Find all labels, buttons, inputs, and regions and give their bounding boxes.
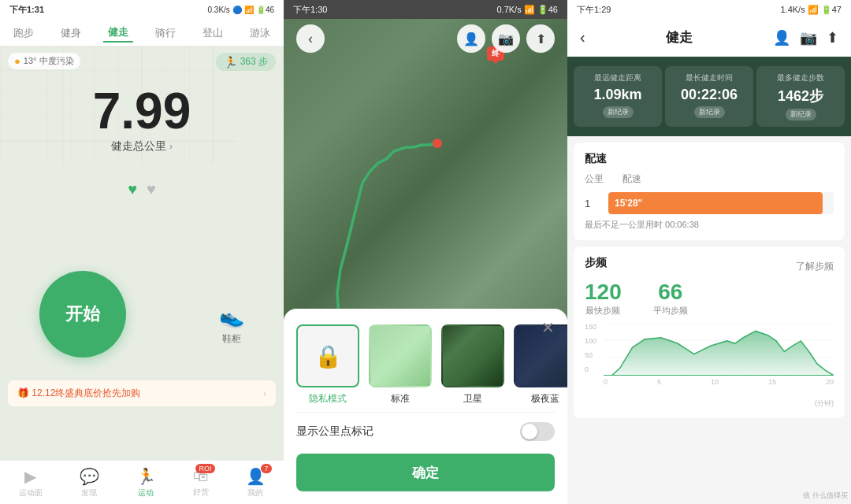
record-steps: 最多健走步数 1462步 新纪录: [756, 66, 845, 127]
heart-green-icon: ♥: [128, 180, 137, 198]
status-bar-1: 下午1:31 0.3K/s 🔵 📶 🔋46: [0, 0, 284, 19]
stats-title: 健走: [666, 28, 693, 46]
pace-col-km: 公里: [585, 172, 604, 186]
record-time: 最长健走时间 00:22:06 新纪录: [665, 66, 753, 127]
share-button[interactable]: ⬆: [526, 24, 555, 53]
status-bar-3: 下午1:29 1.4K/s 📶 🔋47: [567, 0, 851, 19]
time-1: 下午1:31: [9, 4, 44, 16]
record-steps-value: 1462步: [761, 87, 840, 106]
record-distance-value: 1.09km: [578, 87, 657, 103]
map-type-overlay: ✕ 🔒 隐私模式 标准 卫星: [284, 309, 567, 504]
nav-goods-label: 好货: [193, 487, 209, 498]
record-distance-badge: 新纪录: [603, 106, 634, 118]
km-marker-toggle[interactable]: [520, 422, 555, 441]
weather-badge: ● 13° 中度污染: [8, 53, 80, 69]
cadence-header: 步频 了解步频: [585, 256, 834, 276]
map-area[interactable]: 终 始 ✕ 🔒 隐私模式 标准: [284, 19, 567, 504]
cadence-learn-link[interactable]: 了解步频: [796, 260, 834, 273]
stats-scroll-area[interactable]: 最远健走距离 1.09km 新纪录 最长健走时间 00:22:06 新纪录 最多…: [567, 57, 851, 504]
nav-item-sport[interactable]: 🏃 运动: [136, 467, 156, 498]
main-content: ● 13° 中度污染 🏃 363 步 7.99 健走总公里 › ♥ ♥ 开始 👟…: [0, 46, 284, 460]
toggle-knob: [522, 424, 537, 439]
map-label-satellite: 卫星: [463, 392, 482, 406]
shoe-cabinet-button[interactable]: 👟 鞋柜: [219, 305, 244, 346]
km-label-arrow: ›: [169, 141, 173, 152]
watermark: 值 什么值得买: [803, 491, 848, 501]
pace-km-1: 1: [585, 198, 600, 209]
confirm-button[interactable]: 确定: [296, 454, 555, 491]
close-button[interactable]: ✕: [541, 318, 555, 337]
weather-text: 13° 中度污染: [24, 55, 74, 67]
km-display: 7.99 健走总公里 ›: [93, 86, 191, 154]
map-types-row: 🔒 隐私模式 标准 卫星 极夜蓝: [296, 324, 555, 406]
cadence-chart: 150 100 50 0: [585, 323, 834, 386]
shoe-icon: 👟: [219, 305, 244, 329]
pace-section: 配速 公里 配速 1 15'28" 最后不足一公里用时 00:06:38: [574, 143, 845, 240]
stats-user-icon[interactable]: 👤: [773, 29, 790, 46]
map-type-dark[interactable]: 极夜蓝: [514, 324, 567, 406]
record-time-badge: 新纪录: [694, 106, 725, 118]
weather-dot: ●: [14, 55, 20, 67]
cadence-avg-label: 平均步频: [653, 305, 688, 317]
tab-walking[interactable]: 健走: [103, 24, 133, 43]
pace-title: 配速: [585, 152, 834, 166]
heart-icons: ♥ ♥: [128, 180, 156, 198]
pace-row-1: 1 15'28": [585, 192, 834, 214]
stats-back-button[interactable]: ‹: [580, 28, 585, 46]
discover-icon: 💬: [80, 467, 99, 486]
step-badge: 🏃 363 步: [216, 53, 276, 71]
cadence-fastest-label: 最快步频: [585, 305, 622, 317]
time-2: 下午1:30: [293, 4, 327, 16]
nav-item-discover[interactable]: 💬 发现: [80, 467, 99, 498]
nav-item-activity[interactable]: ▶ 运动面: [19, 467, 43, 498]
map-header: ‹ 👤 📷 ⬆: [284, 19, 567, 58]
nav-item-profile[interactable]: 👤 7 我的: [246, 467, 266, 498]
stats-camera-icon[interactable]: 📷: [800, 29, 817, 46]
chart-x-labels: 0 5 10 15 20: [604, 378, 834, 386]
step-icon: 🏃: [224, 56, 237, 69]
user-icon-button[interactable]: 👤: [457, 24, 485, 53]
promo-arrow: ›: [263, 388, 266, 399]
toggle-label: 显示公里点标记: [296, 424, 373, 439]
records-row: 最远健走距离 1.09km 新纪录 最长健走时间 00:22:06 新纪录 最多…: [567, 57, 851, 136]
km-number: 7.99: [93, 86, 191, 136]
stats-share-icon[interactable]: ⬆: [827, 29, 838, 46]
tab-hiking[interactable]: 登山: [198, 24, 228, 42]
status-icons-2: 0.7K/s 📶 🔋46: [496, 5, 558, 15]
heart-gray-icon: ♥: [147, 180, 156, 198]
map-label-private: 隐私模式: [309, 392, 347, 406]
camera-button[interactable]: 📷: [492, 24, 520, 53]
cadence-avg: 66 平均步频: [653, 280, 688, 317]
cadence-avg-value: 66: [653, 280, 688, 305]
pace-bar-container-1: 15'28": [608, 192, 834, 214]
map-type-standard[interactable]: 标准: [369, 324, 432, 406]
pace-col-value: 配速: [622, 172, 641, 186]
cadence-section: 步频 了解步频 120 最快步频 66 平均步频 150 100 50 0: [574, 246, 845, 418]
tab-cycling[interactable]: 骑行: [151, 24, 180, 42]
nav-activity-label: 运动面: [19, 487, 43, 498]
start-button[interactable]: 开始: [39, 271, 126, 358]
tab-swimming[interactable]: 游泳: [245, 24, 275, 42]
nav-item-goods[interactable]: 🛍 ROI 好货: [193, 467, 209, 498]
map-thumb-dark: [514, 324, 567, 387]
record-time-title: 最长健走时间: [670, 72, 749, 83]
promo-banner[interactable]: 🎁 12.12终盛典底价抢先加购 ›: [8, 380, 276, 406]
tab-running[interactable]: 跑步: [9, 24, 39, 42]
map-type-private[interactable]: 🔒 隐私模式: [296, 324, 359, 406]
chart-svg: [604, 323, 834, 376]
sport-icon: 🏃: [136, 467, 156, 486]
map-type-satellite[interactable]: 卫星: [441, 324, 504, 406]
status-icons-1: 0.3K/s 🔵 📶 🔋46: [208, 6, 274, 14]
header-actions: 👤 📷 ⬆: [457, 24, 555, 53]
promo-text: 🎁 12.12终盛典底价抢先加购: [17, 387, 140, 400]
tab-fitness[interactable]: 健身: [56, 24, 86, 42]
svg-point-6: [433, 139, 442, 148]
back-button[interactable]: ‹: [296, 24, 325, 53]
profile-badge: 7: [261, 464, 271, 473]
step-count: 363 步: [240, 55, 268, 69]
panel-map: 下午1:30 0.7K/s 📶 🔋46 ‹ 👤 📷 ⬆ 终 始 ✕: [284, 0, 567, 504]
km-label[interactable]: 健走总公里 ›: [93, 139, 191, 154]
stats-header: ‹ 健走 👤 📷 ⬆: [567, 19, 851, 57]
cadence-fastest: 120 最快步频: [585, 280, 622, 317]
cadence-stats: 120 最快步频 66 平均步频: [585, 280, 834, 317]
